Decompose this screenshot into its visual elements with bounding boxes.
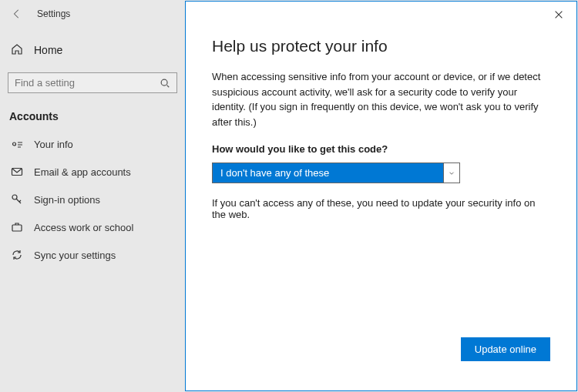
sync-icon — [11, 249, 23, 261]
home-icon — [11, 43, 25, 57]
back-icon[interactable] — [9, 6, 25, 22]
sidebar-item-label: Your info — [34, 139, 73, 150]
home-label: Home — [34, 44, 62, 56]
sidebar-item-your-info[interactable]: Your info — [0, 130, 185, 158]
sidebar-item-signin[interactable]: Sign-in options — [0, 186, 185, 213]
sidebar-item-work-school[interactable]: Access work or school — [0, 213, 185, 241]
section-title: Accounts — [0, 99, 185, 130]
dialog-question: How would you like to get this code? — [212, 143, 550, 155]
sidebar-item-label: Sign-in options — [34, 194, 100, 206]
mail-icon — [11, 166, 23, 178]
dialog-note: If you can't access any of these, you ne… — [212, 197, 550, 220]
svg-point-1 — [13, 142, 16, 146]
briefcase-icon — [11, 221, 23, 233]
settings-sidebar: Settings Home Accounts Your info Email &… — [0, 0, 185, 392]
search-box[interactable] — [8, 72, 177, 93]
search-input[interactable] — [15, 77, 160, 89]
key-icon — [11, 193, 23, 206]
sidebar-item-label: Sync your settings — [34, 250, 116, 261]
user-card-icon — [11, 138, 23, 150]
header: Settings — [0, 0, 185, 28]
update-online-button[interactable]: Update online — [461, 337, 550, 361]
svg-point-0 — [161, 79, 167, 85]
dialog-footer: Update online — [212, 337, 550, 366]
search-icon — [160, 78, 170, 89]
svg-rect-4 — [12, 225, 22, 231]
sidebar-item-email-accounts[interactable]: Email & app accounts — [0, 158, 185, 186]
window-title: Settings — [37, 8, 70, 19]
sidebar-item-label: Access work or school — [34, 222, 133, 233]
sidebar-item-sync[interactable]: Sync your settings — [0, 241, 185, 269]
sidebar-item-label: Email & app accounts — [34, 166, 131, 178]
dialog-title: Help us protect your info — [212, 37, 550, 55]
select-value: I don't have any of these — [212, 162, 443, 183]
chevron-down-icon[interactable] — [443, 162, 460, 183]
verify-dialog: Help us protect your info When accessing… — [185, 1, 577, 391]
code-method-select[interactable]: I don't have any of these — [212, 162, 460, 183]
close-icon[interactable] — [553, 9, 567, 23]
nav-home[interactable]: Home — [0, 34, 185, 66]
dialog-body: When accessing sensitive info from your … — [212, 69, 550, 129]
